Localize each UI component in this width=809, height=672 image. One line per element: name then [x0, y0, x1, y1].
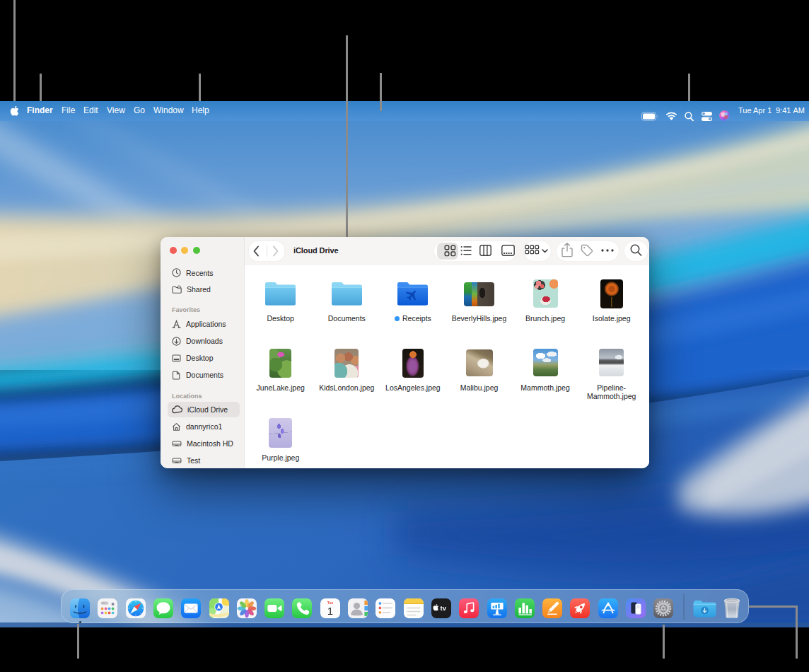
svg-text:tv: tv [440, 604, 446, 612]
svg-text:1: 1 [327, 604, 333, 616]
